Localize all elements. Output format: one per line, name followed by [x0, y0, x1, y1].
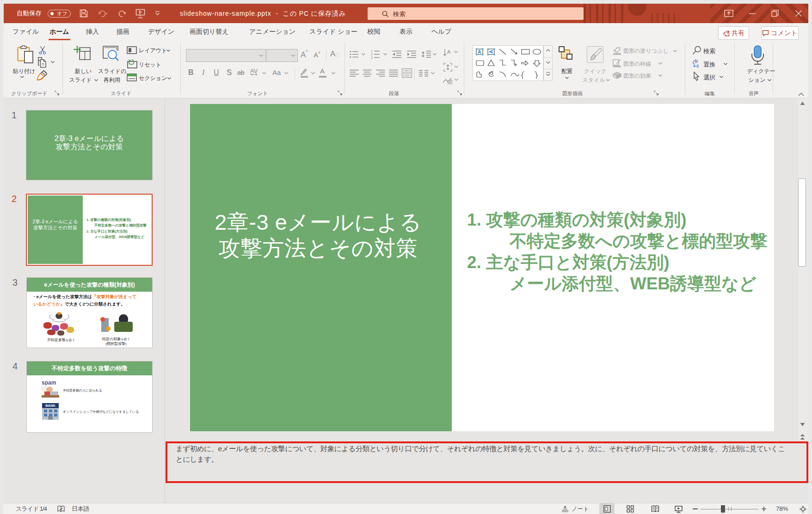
svg-text:2: 2 [371, 53, 373, 56]
svg-text:A: A [488, 50, 494, 54]
svg-text:c: c [696, 63, 699, 68]
svg-text:A: A [447, 49, 451, 55]
svg-text:1: 1 [371, 49, 373, 53]
svg-text:A: A [478, 49, 481, 55]
svg-text:3: 3 [371, 56, 373, 59]
